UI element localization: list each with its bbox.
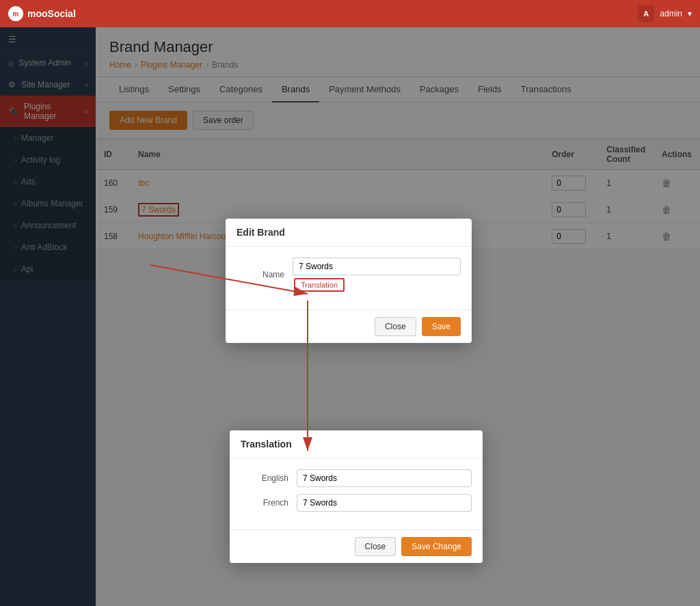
translation-modal-title: Translation: [241, 439, 292, 450]
edit-name-row: Name Translation: [237, 258, 461, 292]
edit-close-button[interactable]: Close: [375, 317, 416, 336]
brand-logo-letter: m: [13, 10, 19, 18]
edit-name-field-group: Translation: [293, 258, 461, 292]
edit-name-label: Name: [237, 270, 284, 279]
user-avatar: A: [638, 5, 654, 22]
translation-english-row: English: [241, 469, 472, 487]
translation-english-label: English: [241, 473, 288, 483]
translation-french-label: French: [241, 498, 288, 508]
user-dropdown-icon[interactable]: ▾: [688, 9, 692, 18]
edit-modal-body: Name Translation: [226, 247, 472, 309]
translation-save-button[interactable]: Save Change: [401, 537, 472, 556]
edit-save-button[interactable]: Save: [422, 317, 461, 336]
edit-modal-header: Edit Brand: [226, 219, 472, 247]
edit-name-input[interactable]: [293, 258, 461, 275]
translation-french-input[interactable]: [297, 494, 472, 512]
translation-button[interactable]: Translation: [294, 278, 345, 292]
top-navbar: m mooSocial A admin ▾: [0, 0, 700, 27]
translation-english-input[interactable]: [297, 469, 472, 487]
user-name: admin: [660, 9, 682, 18]
translation-close-button[interactable]: Close: [355, 537, 396, 556]
translation-modal-footer: Close Save Change: [230, 529, 483, 563]
edit-modal-title: Edit Brand: [237, 227, 285, 238]
brand-logo-area: m mooSocial: [8, 6, 76, 21]
user-area: A admin ▾: [638, 5, 692, 22]
edit-brand-modal: Edit Brand Name Translation Close Save: [226, 219, 472, 343]
translation-modal-header: Translation: [230, 430, 483, 458]
translation-french-row: French: [241, 494, 472, 512]
translation-modal: Translation English French Close Save Ch…: [230, 430, 483, 563]
edit-modal-footer: Close Save: [226, 309, 472, 343]
translation-modal-body: English French: [230, 458, 483, 529]
brand-name: mooSocial: [27, 8, 76, 19]
brand-logo: m: [8, 6, 23, 21]
